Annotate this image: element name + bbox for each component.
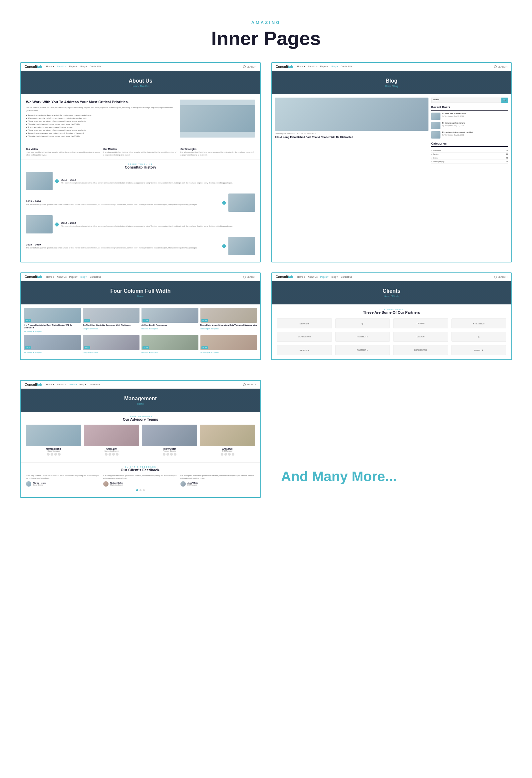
clients-hero-title: Clients — [382, 288, 400, 294]
dot-2 — [140, 489, 142, 491]
management-card: Consulttab Home ▾ About Us Team ▾ Blog ▾… — [20, 380, 261, 498]
about-navbar: Consulttab Home ▾ About Us Pages ▾ Blog … — [21, 63, 260, 71]
strategies-title: Our Strategies — [180, 148, 255, 150]
team-grid: Manteah Denis Sales Manager Gralla Lily … — [26, 424, 255, 456]
partner-7: DESIGN — [393, 332, 448, 342]
about-nav-links: Home ▾ About Us Pages ▾ Blog ▾ Contact U… — [46, 65, 243, 68]
four-col-hero-title: Four Column Full Width — [110, 288, 170, 294]
categories-section: Categories + Business 01 + Design 41 + I… — [431, 142, 508, 163]
mission-text: It is a long established fact that it ha… — [103, 151, 178, 156]
mission-title: Our Mission — [103, 148, 178, 150]
category-business: + Business 01 — [431, 149, 508, 153]
about-card: Consulttab Home ▾ About Us Pages ▾ Blog … — [20, 62, 261, 263]
four-col-navbar: Consulttab Home ▾ About Us Pages ▾ Blog … — [21, 273, 260, 281]
history-desc-2: The point of using Lorem Ipsum is that i… — [26, 204, 220, 206]
fcol-nav-pages: Pages ▾ — [69, 276, 78, 279]
history-diamond-4 — [222, 244, 227, 248]
about-img-inner — [180, 105, 255, 132]
history-img-1 — [26, 172, 53, 190]
team-social-3 — [142, 453, 197, 456]
testimonial-1: It is a long fact that Lorem ipsum dolor… — [26, 475, 100, 486]
preview-grid: Consulttab Home ▾ About Us Pages ▾ Blog … — [0, 62, 532, 380]
team-img-1 — [26, 424, 81, 446]
social-tw — [108, 453, 111, 456]
blog-navbar: Consulttab Home ▾ About Us Pages ▾ Blog … — [272, 63, 511, 71]
recent-post-title-1: At vero eos et accusatam — [442, 112, 508, 115]
blog-card-img-1: 22 Jul — [24, 308, 81, 323]
clients-content: OUR PARTNERS These Are Some Of Our Partn… — [272, 304, 511, 359]
about-search[interactable]: SEARCH — [243, 65, 256, 68]
partners-title: These Are Some Of Our Partners — [277, 310, 506, 314]
recent-post-img-3 — [431, 131, 440, 139]
testimonial-text-3: It is a long fact that Lorem ipsum dolor… — [180, 475, 255, 480]
clients-nav-contact: Contact Us — [341, 276, 352, 279]
history-desc-3: The point of using Lorem Ipsum is that i… — [61, 225, 255, 228]
blog-search-input[interactable]: Search — [431, 97, 501, 103]
author-title-3: HR Manager — [187, 484, 198, 486]
clients-search[interactable]: SEARCH — [494, 276, 507, 279]
four-col-content: 22 Jul It Is A Long Established Fact Tha… — [21, 304, 260, 359]
blog-hero: Blog Home / Blog — [272, 71, 511, 94]
blog-logo: Consulttab — [276, 65, 293, 69]
about-main-heading: We Work With You To Address Your Most Cr… — [26, 99, 176, 104]
breadcrumb-home: Home — [138, 295, 144, 297]
history-text-2: 2013 – 2014 The point of using Lorem Ips… — [26, 200, 220, 206]
strategies-text: It is a long established fact that a has… — [180, 151, 255, 156]
history-diamond-2 — [222, 201, 227, 205]
history-desc-1: The point of using Lorem Ipsum is that i… — [61, 182, 255, 184]
about-hero-breadcrumb: Home / About Us — [132, 85, 150, 87]
category-name: + Photography — [431, 161, 444, 162]
blog-search-bar: Search 🔍 — [431, 97, 508, 103]
blog-card-tags-5: Technology ❋ wordpress — [24, 352, 81, 354]
recent-post-title-3: Excepteur sint occaecat cupidat — [442, 131, 508, 134]
history-desc-4: The point of using Lorem Ipsum is that i… — [26, 247, 220, 249]
pagination-dots — [26, 486, 255, 494]
four-col-search[interactable]: SEARCH — [243, 276, 256, 279]
advisory-title: Our Advisory Teams — [26, 417, 255, 421]
history-year-3: 2014 – 2015 — [61, 222, 255, 225]
breadcrumb-home: Home — [138, 403, 144, 405]
category-count: 01 — [506, 150, 508, 152]
blog-card-4: 22 Jul Nemo Enim Ipsam Voluptatem Quia V… — [200, 308, 257, 332]
testimonial-author-3: Jack White HR Manager — [180, 481, 255, 486]
breadcrumb-home: Home — [132, 85, 138, 87]
check-item-7: ✔ Lorem Ipsum passage, and going through… — [26, 132, 176, 135]
history-title: Consultab History — [26, 165, 255, 169]
blog-card-5: 22 Jul Technology ❋ wordpress — [24, 335, 81, 354]
partner-1: BRAND ★ — [277, 318, 332, 328]
breadcrumb-clients: Clients — [392, 295, 399, 297]
history-text-1: 2012 – 2013 The point of using Lorem Ips… — [61, 178, 255, 184]
clients-nav-home: Home ▾ — [297, 276, 305, 279]
team-name-3: Patsy Cluzer — [142, 448, 197, 450]
category-design: + Design 41 — [431, 153, 508, 156]
social-gp — [174, 453, 176, 456]
check-item-8: ✔ The standard chunk of Lorem Ipsum used… — [26, 135, 176, 138]
four-col-logo: Consulttab — [25, 275, 42, 279]
clients-nav-links: Home ▾ About Us Pages ▾ Blog ▾ Contact U… — [297, 276, 494, 279]
mgmt-search[interactable]: SEARCH — [243, 383, 256, 386]
about-text: We Work With You To Address Your Most Cr… — [26, 99, 176, 138]
history-row-3: 2014 – 2015 The point of using Lorem Ips… — [26, 215, 255, 233]
team-member-2: Gralla Lily Marketing Expert — [84, 424, 139, 456]
blog-card-7: 22 Jul Business ❋ wordpress — [142, 335, 198, 354]
blog-card-date-8: 31 Jul — [201, 346, 208, 349]
clients-nav-pages: Pages ▾ — [320, 276, 329, 279]
footer-prefix: And — [281, 469, 312, 484]
blog-nav-links: Home ▾ About Us Pages ▾ Blog ▾ Contact U… — [297, 65, 494, 68]
author-info-1: Marcia Horan Sales Director — [33, 482, 46, 486]
blog-card-6: 22 Jul Design ❋ wordpress — [83, 335, 140, 354]
breadcrumb-active: About Us — [140, 85, 150, 87]
blog-card-8: 31 Jul Technology ❋ wordpress — [200, 335, 257, 354]
blog-card-tags-1: Technology ❋ wordpress — [24, 330, 81, 332]
nav-blog: Blog ▾ — [80, 65, 87, 68]
social-yt — [228, 453, 231, 456]
history-img-3 — [26, 215, 53, 233]
blog-card-date-4: 22 Jul — [201, 319, 208, 322]
clients-card: Consulttab Home ▾ About Us Pages ▾ Blog … — [271, 273, 512, 360]
blog-card-date-5: 22 Jul — [25, 346, 31, 349]
blog-search-nav[interactable]: SEARCH — [494, 65, 507, 68]
blog-search-button[interactable]: 🔍 — [501, 97, 508, 103]
blog-nav-contact: Contact Us — [341, 65, 352, 68]
testimonial-grid: It is a long fact that Lorem ipsum dolor… — [26, 475, 255, 486]
clients-navbar: Consulttab Home ▾ About Us Pages ▾ Blog … — [272, 273, 511, 281]
